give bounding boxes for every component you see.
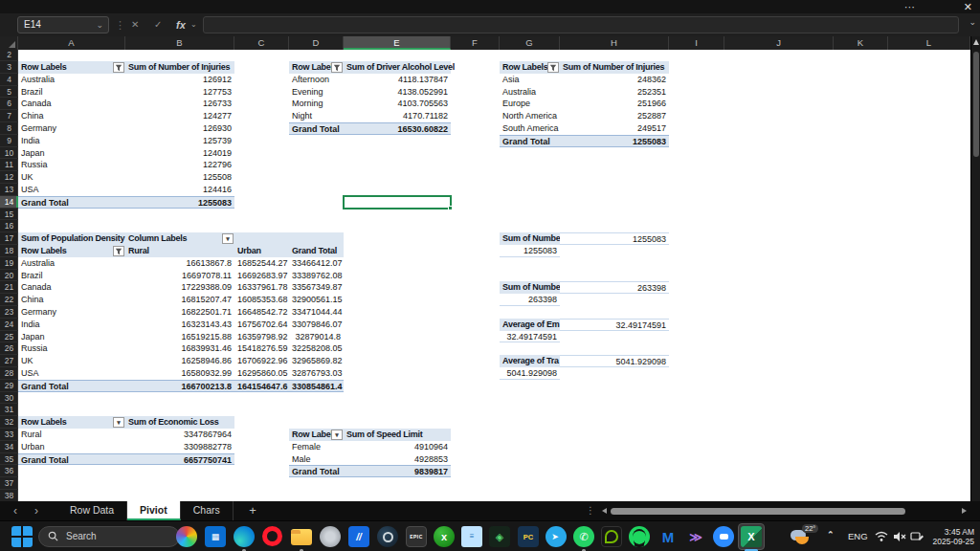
spotify-icon[interactable] <box>629 526 650 547</box>
pivot-row-label[interactable]: Night <box>289 110 344 122</box>
pivot-value[interactable]: 16295860.05 <box>234 367 289 380</box>
row-header-18[interactable]: 18 <box>0 245 18 257</box>
row-header-9[interactable]: 9 <box>0 135 18 147</box>
column-header-F[interactable]: F <box>451 36 500 50</box>
xbox-icon[interactable]: x <box>434 526 455 547</box>
pivot-grand-total-label[interactable]: Grand Total <box>18 453 125 466</box>
pivot-row-label[interactable]: Australia <box>18 74 125 86</box>
sheet-tab-piviot[interactable]: Piviot <box>127 501 181 520</box>
pivot-value[interactable]: 4928853 <box>344 453 451 466</box>
side-pivot-total[interactable]: 1255083 <box>500 245 560 257</box>
steam-icon[interactable] <box>377 526 398 547</box>
pivot-row-label[interactable]: Germany <box>18 306 125 319</box>
row-header-12[interactable]: 12 <box>0 171 18 184</box>
next-sheet-icon[interactable]: › <box>29 501 44 520</box>
pivot-value[interactable]: 16839931.46 <box>125 342 234 355</box>
side-pivot-header[interactable]: Average of Tra <box>500 355 560 367</box>
column-header-I[interactable]: I <box>669 36 724 50</box>
pivot-grand-total-label[interactable]: Grand Total <box>500 135 560 147</box>
formula-input[interactable] <box>203 16 959 33</box>
column-header-H[interactable]: H <box>560 36 669 50</box>
pivot-grand-total-value[interactable]: 16530.60822 <box>344 122 451 135</box>
pivot-value[interactable]: 252887 <box>560 110 669 122</box>
pivot-value[interactable]: 126912 <box>125 74 234 86</box>
sheet-tab-chars[interactable]: Chars <box>181 501 234 520</box>
pivot-row-label[interactable]: Australia <box>18 257 125 270</box>
pivot-value[interactable]: 122796 <box>125 159 234 171</box>
pivot-row-label[interactable]: North America <box>500 110 560 122</box>
excel-icon[interactable]: X <box>741 526 762 547</box>
scroll-left-icon[interactable] <box>602 508 607 514</box>
pivot-value[interactable]: 15418276.59 <box>234 342 289 355</box>
pivot-value[interactable]: 125739 <box>125 135 234 147</box>
pivot-grand-total-value[interactable]: 1255083 <box>125 196 234 209</box>
pivot-row-labels-header[interactable]: Row Labels▾ <box>18 416 125 429</box>
pivot-value[interactable]: 33079846.07 <box>289 319 344 331</box>
pivot-value[interactable]: 16648542.72 <box>234 306 289 319</box>
row-header-35[interactable]: 35 <box>0 453 18 466</box>
pivot-row-label[interactable]: Evening <box>289 86 344 99</box>
sheet-tab-row-data[interactable]: Row Data <box>57 501 127 520</box>
pivot-col-header[interactable]: Urban <box>234 245 289 257</box>
row-header-16[interactable]: 16 <box>0 220 18 232</box>
pivot-grand-total-value[interactable]: 166700213.8 <box>125 380 234 392</box>
pivot-value[interactable]: 248362 <box>560 74 669 86</box>
pivot-row-label[interactable]: UK <box>18 355 125 367</box>
row-header-34[interactable]: 34 <box>0 441 18 453</box>
row-header-6[interactable]: 6 <box>0 98 18 110</box>
pivot-value[interactable]: 16580932.99 <box>125 367 234 380</box>
pivot-value[interactable]: 3309882778 <box>125 441 234 453</box>
filter-icon[interactable] <box>331 62 343 73</box>
row-header-38[interactable]: 38 <box>0 490 18 502</box>
row-header-36[interactable]: 36 <box>0 465 18 477</box>
pivot-value[interactable]: 251966 <box>560 98 669 110</box>
photos-icon[interactable] <box>176 526 197 547</box>
row-header-25[interactable]: 25 <box>0 331 18 343</box>
row-header-21[interactable]: 21 <box>0 281 18 294</box>
row-header-28[interactable]: 28 <box>0 367 18 380</box>
edge-icon[interactable] <box>234 526 255 547</box>
chevron-down-icon[interactable]: ⌄ <box>96 17 103 33</box>
row-header-10[interactable]: 10 <box>0 147 18 160</box>
pivot-value[interactable]: 127753 <box>125 86 234 99</box>
name-box[interactable]: E14 ⌄ <box>17 16 109 33</box>
pivot-row-label[interactable]: Japan <box>18 331 125 343</box>
row-header-2[interactable]: 2 <box>0 49 18 61</box>
pivot-value[interactable]: 16613867.8 <box>125 257 234 270</box>
row-header-17[interactable]: 17 <box>0 232 18 245</box>
pivot-row-label[interactable]: Morning <box>289 98 344 110</box>
pivot-value[interactable]: 16697078.11 <box>125 270 234 282</box>
pivot-value[interactable]: 125508 <box>125 171 234 184</box>
pivot-grand-total-value[interactable]: 6657750741 <box>125 453 234 466</box>
pivot-value[interactable]: 4170.71182 <box>344 110 451 122</box>
pivot-value[interactable]: 124277 <box>125 110 234 122</box>
pivot-value[interactable]: 32965869.82 <box>289 355 344 367</box>
row-header-3[interactable]: 3 <box>0 61 18 74</box>
row-header-11[interactable]: 11 <box>0 159 18 171</box>
pivot-row-labels-header[interactable]: Row Labels <box>18 245 125 257</box>
pivot-grand-total-label[interactable]: Grand Total <box>289 122 344 135</box>
row-header-31[interactable]: 31 <box>0 404 18 416</box>
column-header-E[interactable]: E <box>344 36 451 50</box>
pivot-value[interactable]: 252351 <box>560 86 669 99</box>
pivot-value[interactable]: 33471044.44 <box>289 306 344 319</box>
gray-app-icon[interactable] <box>320 526 341 547</box>
chevron-down-icon[interactable]: ⌄ <box>190 16 197 33</box>
window-close-icon[interactable]: ✕ <box>964 0 972 13</box>
pivot-header-fill[interactable] <box>234 232 289 245</box>
start-button-icon[interactable] <box>11 526 33 547</box>
side-pivot-total[interactable]: 32.49174591 <box>500 331 560 343</box>
row-header-8[interactable]: 8 <box>0 122 18 135</box>
pivot-value-header[interactable]: Sum of Driver Alcohol Level <box>344 61 451 74</box>
pivot-value[interactable]: 4910964 <box>344 441 451 453</box>
row-header-33[interactable]: 33 <box>0 429 18 441</box>
pivot-row-label[interactable]: India <box>18 135 125 147</box>
pivot-value[interactable]: 33466412.07 <box>289 257 344 270</box>
dropdown-icon[interactable]: ▾ <box>113 417 124 428</box>
pivot-value-header[interactable]: Sum of Number of Injuries <box>125 61 234 74</box>
pivot-row-label[interactable]: Russia <box>18 342 125 355</box>
side-pivot-total[interactable]: 263398 <box>500 294 560 306</box>
telegram-icon[interactable]: ➤ <box>546 526 567 547</box>
pivot-grand-total-value[interactable]: 330854861.4 <box>289 380 344 392</box>
row-header-30[interactable]: 30 <box>0 392 18 405</box>
